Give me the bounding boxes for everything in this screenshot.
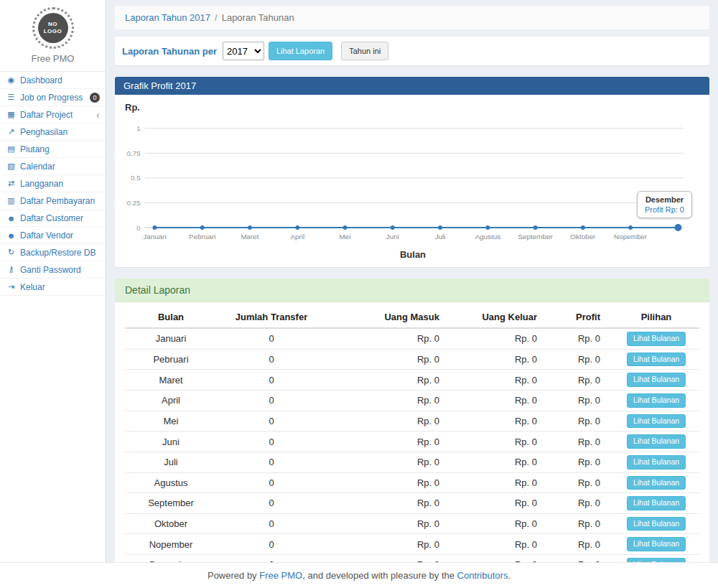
column-header-profit: Profit [550,307,613,328]
cell-bulan: Maret [125,370,217,391]
sidebar-item-daftar-pembayaran[interactable]: ▥Daftar Pembayaran [0,192,106,210]
x-tick-label: Juli [435,233,446,241]
footer: Powered by Free PMO, and developed with … [0,562,718,588]
data-point-juni[interactable] [391,225,395,230]
cell-jumlah_transfer: 0 [217,431,326,452]
cell-pilihan: Lihat Bulanan [613,472,699,493]
cell-jumlah_transfer: 0 [217,534,326,555]
data-point-agustus[interactable] [485,225,490,230]
x-tick-label: Mei [340,233,351,241]
cell-uang_masuk: Rp. 0 [326,390,452,411]
lihat-bulanan-button[interactable]: Lihat Bulanan [627,434,686,449]
cell-jumlah_transfer: 0 [217,411,326,431]
lihat-bulanan-button[interactable]: Lihat Bulanan [627,517,686,531]
year-select[interactable]: 2017 [223,42,264,60]
cell-bulan: April [125,390,217,411]
sidebar-item-label: Daftar Vendor [20,230,73,241]
sidebar-item-daftar-vendor[interactable]: ☻Daftar Vendor [0,227,106,244]
table-icon: ▦ [6,110,17,119]
sidebar-item-label: Keluar [20,282,45,292]
data-point-oktober[interactable] [581,225,585,230]
table-row-juni: Juni0Rp. 0Rp. 0Rp. 0Lihat Bulanan [125,431,699,452]
table-row-agustus: Agustus0Rp. 0Rp. 0Rp. 0Lihat Bulanan [125,472,699,493]
data-point-mei[interactable] [343,225,348,230]
sidebar-item-daftar-project[interactable]: ▦Daftar Project‹ [0,106,106,123]
cell-profit: Rp. 0 [550,472,613,493]
cell-uang_keluar: Rp. 0 [452,513,550,534]
sidebar-item-calendar[interactable]: ▧Calendar [0,158,106,175]
cell-jumlah_transfer: 0 [217,349,326,370]
lihat-laporan-button[interactable]: Lihat Laporan [269,42,332,60]
logo-text: NO LOGO [43,21,63,35]
cell-profit: Rp. 0 [550,534,613,555]
data-point-desember[interactable] [674,224,681,231]
calendar-icon: ▧ [6,162,17,171]
sidebar-item-keluar[interactable]: ⇥Keluar [0,279,106,296]
sidebar-item-label: Daftar Project [20,110,73,120]
refresh-icon: ↻ [6,248,17,257]
sidebar-item-label: Calendar [20,162,55,172]
y-tick-label: 1 [136,125,140,133]
lihat-bulanan-button[interactable]: Lihat Bulanan [627,332,686,346]
data-point-januari[interactable] [153,225,157,230]
data-point-juli[interactable] [438,225,442,230]
tahun-ini-button[interactable]: Tahun ini [341,42,388,60]
lihat-bulanan-button[interactable]: Lihat Bulanan [627,353,686,367]
sidebar-item-ganti-password[interactable]: ⚷Ganti Password [0,261,106,279]
cell-pilihan: Lihat Bulanan [613,370,699,391]
sidebar-item-label: Job on Progress [20,93,83,103]
data-point-maret[interactable] [248,225,252,230]
sidebar-item-backup-restore-db[interactable]: ↻Backup/Restore DB [0,244,106,261]
chart-body: Rp. 00.250.50.751JanuariPebruariMaretApr… [115,95,709,267]
cell-uang_keluar: Rp. 0 [452,411,550,431]
sidebar-item-label: Dashboard [20,75,62,85]
detail-report-panel: Detail Laporan BulanJumlah TransferUang … [115,279,709,588]
cell-profit: Rp. 0 [550,452,613,472]
cell-uang_keluar: Rp. 0 [452,452,550,472]
cell-pilihan: Lihat Bulanan [613,328,699,349]
report-table: BulanJumlah TransferUang MasukUang Kelua… [125,307,699,588]
sidebar-item-label: Daftar Customer [20,213,83,223]
cell-jumlah_transfer: 0 [217,472,326,493]
data-point-nopember[interactable] [628,225,633,230]
cell-bulan: Agustus [125,472,217,493]
cell-pilihan: Lihat Bulanan [613,390,699,411]
lihat-bulanan-button[interactable]: Lihat Bulanan [627,537,686,551]
tooltip-title: Desember [645,195,684,204]
sidebar-item-langganan[interactable]: ⇄Langganan [0,175,106,192]
users-icon: ☻ [6,231,17,240]
cell-bulan: Pebruari [125,349,217,370]
brand-name: Free PMO [0,53,106,71]
sidebar-item-dashboard[interactable]: ◉Dashboard [0,72,106,89]
sidebar-item-job-on-progress[interactable]: ☰Job on Progress0 [0,89,106,106]
cell-profit: Rp. 0 [550,328,613,349]
cell-profit: Rp. 0 [550,349,613,370]
lock-icon: ⚷ [6,265,17,274]
sidebar-item-penghasilan[interactable]: ↗Penghasilan [0,123,106,141]
tooltip-value: Profit Rp: 0 [645,205,684,214]
breadcrumb-link[interactable]: Laporan Tahun 2017 [125,12,210,23]
logo-area: NO LOGO Free PMO [0,7,106,72]
lihat-bulanan-button[interactable]: Lihat Bulanan [627,476,686,490]
data-point-pebruari[interactable] [200,225,205,230]
data-point-april[interactable] [295,225,299,230]
cell-uang_masuk: Rp. 0 [326,472,452,493]
sidebar-menu: ◉Dashboard☰Job on Progress0▦Daftar Proje… [0,72,106,296]
sidebar-item-piutang[interactable]: ▤Piutang [0,141,106,158]
column-header-jumlah-transfer: Jumlah Transfer [217,307,326,328]
payment-icon: ▥ [6,196,17,205]
lihat-bulanan-button[interactable]: Lihat Bulanan [627,373,686,387]
column-header-uang-keluar: Uang Keluar [452,307,550,328]
cell-uang_keluar: Rp. 0 [452,472,550,493]
footer-brand-link[interactable]: Free PMO [259,570,302,581]
lihat-bulanan-button[interactable]: Lihat Bulanan [627,393,686,408]
data-point-september[interactable] [533,225,538,230]
lihat-bulanan-button[interactable]: Lihat Bulanan [627,455,686,470]
cell-jumlah_transfer: 0 [217,513,326,534]
lihat-bulanan-button[interactable]: Lihat Bulanan [627,414,686,429]
sidebar-item-daftar-customer[interactable]: ☻Daftar Customer [0,210,106,227]
footer-text-prefix: Powered by [208,570,259,581]
cell-pilihan: Lihat Bulanan [613,534,699,555]
lihat-bulanan-button[interactable]: Lihat Bulanan [627,496,686,510]
footer-contributors-link[interactable]: Contributors [457,570,508,581]
